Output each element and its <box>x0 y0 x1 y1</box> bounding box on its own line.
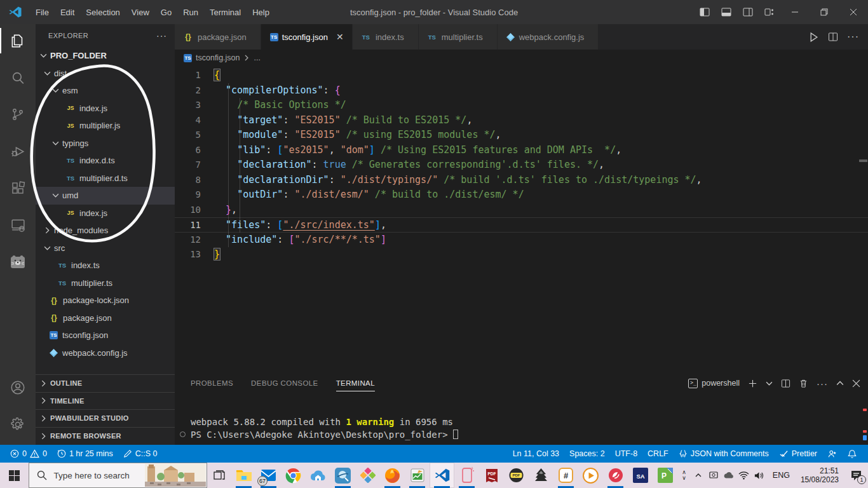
tree-item-tsconfig.json[interactable]: TStsconfig.json <box>36 327 175 344</box>
tree-item-index.ts[interactable]: TSindex.ts <box>36 257 175 274</box>
taskbar-app-mail[interactable]: 67 <box>256 463 281 488</box>
search-icon[interactable] <box>0 61 36 94</box>
tree-item-src[interactable]: src <box>36 240 175 257</box>
tree-item-dist[interactable]: dist <box>36 65 175 83</box>
section-timeline[interactable]: TIMELINE <box>36 393 175 410</box>
task-view-icon[interactable] <box>207 463 231 488</box>
terminal-content[interactable]: webpack 5.88.2 compiled with 1 warning i… <box>175 395 868 445</box>
panel-tab-terminal[interactable]: TERMINAL <box>336 372 375 395</box>
toggle-panel-icon[interactable] <box>715 0 737 24</box>
maximize-button[interactable] <box>810 0 839 24</box>
breadcrumb[interactable]: TS tsconfig.json ... <box>175 50 868 66</box>
menu-item-help[interactable]: Help <box>247 0 275 24</box>
split-editor-icon[interactable] <box>828 32 838 42</box>
start-button[interactable] <box>0 463 29 488</box>
new-terminal-icon[interactable] <box>748 379 757 388</box>
tree-item-index.d.ts[interactable]: TSindex.d.ts <box>36 152 175 170</box>
split-terminal-icon[interactable] <box>781 379 790 388</box>
toggle-secondary-sidebar-icon[interactable] <box>737 0 759 24</box>
statusbar-notifications[interactable] <box>843 445 862 463</box>
tray-chevron-up-icon[interactable] <box>691 463 706 488</box>
section-pwabuilder-studio[interactable]: PWABUILDER STUDIO <box>36 410 175 428</box>
menu-item-go[interactable]: Go <box>155 0 177 24</box>
statusbar-indentation[interactable]: Spaces: 2 <box>564 445 610 463</box>
taskbar-app-search-app[interactable] <box>330 463 355 488</box>
taskbar-search-input[interactable]: Type here to search <box>29 463 207 488</box>
source-control-icon[interactable] <box>0 98 36 131</box>
taskbar-app-sa-app[interactable]: SA <box>628 463 653 488</box>
statusbar-cursor-position[interactable]: Ln 11, Col 33 <box>508 445 564 463</box>
close-button[interactable] <box>839 0 868 24</box>
section-outline[interactable]: OUTLINE <box>36 375 175 393</box>
explorer-icon[interactable] <box>0 24 36 57</box>
remote-explorer-icon[interactable] <box>0 208 36 241</box>
onedrive-cloud-icon[interactable] <box>721 463 736 488</box>
tree-item-esm[interactable]: esm <box>36 82 175 100</box>
maximize-panel-chevron-icon[interactable] <box>836 379 844 387</box>
statusbar-feedback[interactable] <box>822 445 843 463</box>
taskbar-app-file-explorer[interactable] <box>231 463 256 488</box>
panel-tab-problems[interactable]: PROBLEMS <box>191 372 233 395</box>
tray-clock[interactable]: 21:51 15/08/2023 <box>796 466 844 484</box>
tree-item-root[interactable]: PRO_FOLDER <box>36 47 175 65</box>
statusbar-code-stats[interactable]: C::S 0 <box>118 445 163 463</box>
taskbar-app-firefox[interactable] <box>380 463 405 488</box>
tree-item-node_modules[interactable]: node_modules <box>36 222 175 240</box>
account-icon[interactable] <box>0 371 36 404</box>
tab-package.json[interactable]: {}package.json <box>175 24 261 50</box>
volume-icon[interactable] <box>752 463 767 488</box>
launch-profile-chevron-icon[interactable] <box>766 380 773 387</box>
run-button[interactable] <box>808 32 819 43</box>
menu-item-run[interactable]: Run <box>177 0 204 24</box>
close-tab-icon[interactable]: ✕ <box>334 32 346 42</box>
close-panel-icon[interactable] <box>852 379 860 388</box>
taskbar-app-inkscape[interactable] <box>529 463 553 488</box>
extensions-icon[interactable] <box>0 172 36 205</box>
tree-item-index.js[interactable]: JSindex.js <box>36 205 175 222</box>
tree-item-index.js[interactable]: JSindex.js <box>36 100 175 118</box>
keyboard-language[interactable]: ENG <box>767 471 796 480</box>
statusbar-eol[interactable]: CRLF <box>642 445 674 463</box>
panel-more-actions-icon[interactable]: ··· <box>817 378 828 389</box>
tree-item-package.json[interactable]: {}package.json <box>36 309 175 327</box>
tab-index.ts[interactable]: TSindex.ts <box>353 24 419 50</box>
taskbar-app-media-player[interactable] <box>578 463 603 488</box>
menu-item-file[interactable]: File <box>30 0 55 24</box>
taskbar-app-cloud-app[interactable] <box>306 463 330 488</box>
wifi-icon[interactable] <box>736 463 752 488</box>
explorer-more-actions-icon[interactable]: ··· <box>156 30 167 41</box>
tree-item-package-lock.json[interactable]: {}package-lock.json <box>36 292 175 309</box>
tab-multiplier.ts[interactable]: TSmultiplier.ts <box>419 24 498 50</box>
tab-webpack.config.js[interactable]: webpack.config.js <box>498 24 599 50</box>
terminal-shell-chip[interactable]: >_ powershell <box>688 379 740 388</box>
taskbar-app-authenticator[interactable] <box>603 463 628 488</box>
run-debug-icon[interactable] <box>0 135 36 168</box>
tree-item-multiplier.ts[interactable]: TSmultiplier.ts <box>36 274 175 292</box>
minimize-button[interactable] <box>780 0 810 24</box>
customize-layout-icon[interactable] <box>759 0 780 24</box>
kill-terminal-trash-icon[interactable] <box>799 379 808 388</box>
taskbar-overflow-arrows[interactable]: ∧∨ <box>677 463 691 488</box>
menu-item-selection[interactable]: Selection <box>80 0 125 24</box>
taskbar-app-hash-app[interactable]: # <box>553 463 578 488</box>
taskbar-app-office-hub[interactable] <box>355 463 380 488</box>
statusbar-problems[interactable]: 00 <box>5 445 52 463</box>
menu-item-terminal[interactable]: Terminal <box>204 0 247 24</box>
tray-device-icon[interactable] <box>706 463 721 488</box>
taskbar-app-your-phone[interactable] <box>454 463 479 488</box>
settings-gear-icon[interactable] <box>0 408 36 441</box>
file-link[interactable]: "./src/index.ts" <box>283 219 375 231</box>
menu-item-edit[interactable]: Edit <box>55 0 80 24</box>
taskbar-app-notes-app[interactable] <box>405 463 430 488</box>
toggle-sidebar-icon[interactable] <box>694 0 715 24</box>
section-remote-browser[interactable]: REMOTE BROWSER <box>36 428 175 445</box>
taskbar-app-pdf-tool-yellow[interactable]: PDF <box>504 463 529 488</box>
code-editor[interactable]: 1{2 "compilerOptions": {3 /* Basic Optio… <box>175 66 868 372</box>
tree-item-webpack.config.js[interactable]: webpack.config.js <box>36 344 175 362</box>
taskbar-app-vscode[interactable] <box>430 463 454 488</box>
breadcrumb-more[interactable]: ... <box>254 53 260 62</box>
tree-item-multiplier.js[interactable]: JSmultiplier.js <box>36 117 175 135</box>
tree-item-umd[interactable]: umd <box>36 187 175 205</box>
otter-extension-icon[interactable] <box>0 245 36 278</box>
notification-center-icon[interactable]: 1 <box>844 463 868 488</box>
